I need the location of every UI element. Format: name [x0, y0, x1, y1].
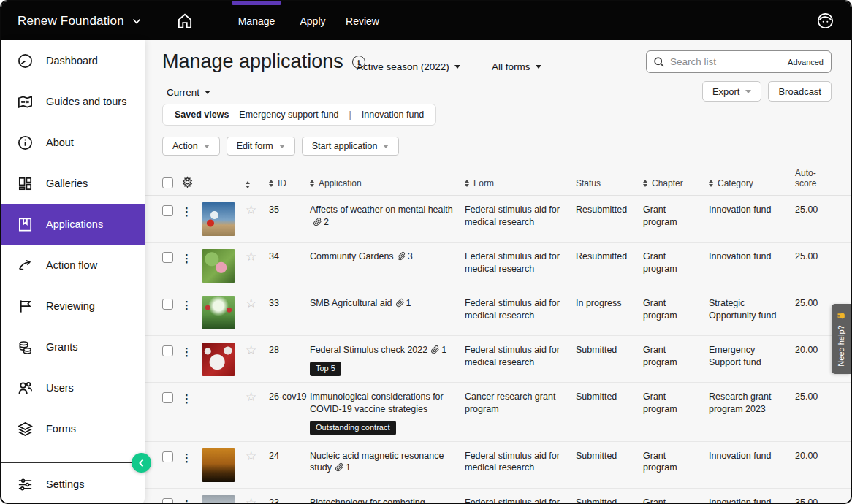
saved-view-emergency-support-fund[interactable]: Emergency support fund	[239, 110, 338, 120]
page-title: Manage applications i	[162, 50, 365, 73]
table-body: ⋮ ☆ 35 Affects of weather on mental heal…	[145, 196, 851, 504]
row-checkbox[interactable]	[162, 252, 173, 263]
sidebar-item-forms[interactable]: Forms	[1, 408, 145, 449]
chapter: Grant program	[643, 297, 709, 322]
row-checkbox[interactable]	[162, 205, 173, 216]
category: Research grant program 2023	[709, 391, 795, 416]
column-header-chapter[interactable]: Chapter	[643, 178, 709, 188]
sidebar-item-reviewing[interactable]: Reviewing	[1, 286, 145, 327]
row-checkbox[interactable]	[162, 299, 173, 310]
saved-view-innovation-fund[interactable]: Innovation fund	[362, 110, 425, 120]
saved-views-separator: |	[349, 110, 351, 120]
application-thumbnail	[202, 343, 235, 376]
favorite-star-icon[interactable]: ☆	[246, 495, 269, 504]
row-checkbox[interactable]	[162, 345, 173, 356]
application-id: 23	[269, 497, 310, 504]
application-title[interactable]: Immunological considerations for COVID-1…	[310, 392, 444, 414]
attachment-icon	[335, 462, 344, 472]
select-all-checkbox[interactable]	[162, 177, 173, 188]
forms-filter-dropdown[interactable]: All forms	[492, 61, 541, 72]
tab-manage[interactable]: Manage	[232, 1, 281, 40]
sort-icon	[643, 180, 647, 188]
action-dropdown[interactable]: Action	[162, 137, 220, 156]
sidebar-collapse-button[interactable]	[132, 453, 151, 473]
sort-star-header[interactable]	[246, 181, 269, 189]
sidebar-item-settings[interactable]: Settings	[1, 463, 145, 504]
sort-icon	[465, 180, 469, 188]
status: Resubmitted	[576, 204, 643, 216]
search-input[interactable]	[670, 56, 783, 67]
advanced-search-link[interactable]: Advanced	[788, 58, 824, 66]
favorite-star-icon[interactable]: ☆	[246, 296, 269, 313]
sidebar-item-action-flow[interactable]: Action flow	[1, 245, 145, 286]
sidebar-item-galleries[interactable]: Galleries	[1, 163, 145, 204]
sidebar-item-grants[interactable]: Grants	[1, 327, 145, 367]
tab-review[interactable]: Review	[342, 1, 383, 40]
chapter: Grant program	[643, 450, 709, 475]
org-switcher[interactable]: Renew Foundation	[18, 1, 142, 40]
form-name: Federal stimulus aid for medical researc…	[465, 204, 576, 229]
column-settings-button[interactable]	[181, 176, 202, 188]
row-menu-button[interactable]: ⋮	[181, 297, 202, 313]
export-button[interactable]: Export	[702, 81, 762, 102]
favorite-star-icon[interactable]: ☆	[246, 343, 269, 359]
sidebar-item-users[interactable]: Users	[1, 367, 145, 408]
row-menu-button[interactable]: ⋮	[181, 204, 202, 219]
sidebar-item-about[interactable]: About	[1, 122, 145, 163]
form-name: Federal stimulus aid for medical researc…	[465, 297, 576, 322]
applications-icon	[17, 216, 34, 233]
favorite-star-icon[interactable]: ☆	[246, 249, 269, 266]
view-filter-dropdown[interactable]: Current	[167, 87, 210, 98]
start-application-dropdown[interactable]: Start application	[302, 137, 400, 156]
auto-score: 35.00	[795, 497, 834, 504]
row-checkbox[interactable]	[162, 451, 173, 462]
search-box: Advanced	[646, 50, 832, 73]
sidebar-item-guides-and-tours[interactable]: Guides and tours	[1, 81, 145, 122]
sidebar-item-dashboard[interactable]: Dashboard	[1, 40, 145, 81]
status: Submitted	[576, 497, 643, 504]
applications-table: ID Application Form Status Chapter Categ…	[145, 166, 851, 504]
tab-apply[interactable]: Apply	[297, 1, 329, 40]
column-header-auto-score: Auto-score	[795, 168, 834, 188]
sidebar-item-applications[interactable]: Applications	[1, 204, 145, 245]
category: Innovation fund	[709, 497, 795, 504]
column-header-id[interactable]: ID	[269, 178, 310, 188]
application-title[interactable]: Affects of weather on mental health	[310, 205, 453, 215]
sort-icon	[709, 180, 713, 188]
users-icon	[17, 380, 34, 397]
account-menu-button[interactable]	[816, 12, 834, 33]
row-checkbox[interactable]	[162, 392, 173, 403]
table-row: ⋮ ☆ 24 Nucleic acid magnetic resonance s…	[145, 442, 851, 489]
row-menu-button[interactable]: ⋮	[181, 251, 202, 266]
column-header-form[interactable]: Form	[465, 178, 576, 188]
favorite-star-icon[interactable]: ☆	[246, 202, 269, 219]
column-header-application[interactable]: Application	[310, 178, 465, 188]
edit-form-dropdown[interactable]: Edit form	[227, 137, 295, 156]
application-title[interactable]: Nucleic acid magnetic resonance study	[310, 451, 444, 473]
application-title[interactable]: SMB Agricultural aid	[310, 298, 392, 308]
status: Submitted	[576, 344, 643, 356]
about-icon	[17, 134, 34, 151]
category: Strategic Opportunity fund	[709, 297, 795, 322]
account-icon	[816, 12, 834, 30]
application-title[interactable]: Community Gardens	[310, 251, 394, 261]
season-filter-dropdown[interactable]: Active season (2022)	[357, 61, 460, 72]
row-menu-button[interactable]: ⋮	[181, 450, 202, 465]
row-menu-button[interactable]: ⋮	[181, 497, 202, 504]
application-title[interactable]: Biotechnology for combating climate chan…	[310, 497, 425, 504]
row-checkbox[interactable]	[162, 498, 173, 504]
favorite-star-icon[interactable]: ☆	[246, 448, 269, 465]
column-header-category[interactable]: Category	[709, 178, 795, 188]
caret-down-icon	[454, 65, 460, 69]
row-menu-button[interactable]: ⋮	[181, 391, 202, 406]
auto-score: 25.00	[795, 204, 834, 216]
need-help-tab[interactable]: Need help?	[832, 304, 851, 374]
favorite-star-icon[interactable]: ☆	[246, 389, 269, 406]
home-button[interactable]	[175, 1, 194, 40]
form-name: Cancer research grant program	[465, 391, 576, 416]
application-badge: Top 5	[310, 362, 341, 376]
application-badge: Outstanding contract	[310, 421, 396, 435]
broadcast-button[interactable]: Broadcast	[768, 81, 832, 102]
application-title[interactable]: Federal Stimulus check 2022	[310, 345, 427, 355]
row-menu-button[interactable]: ⋮	[181, 344, 202, 359]
